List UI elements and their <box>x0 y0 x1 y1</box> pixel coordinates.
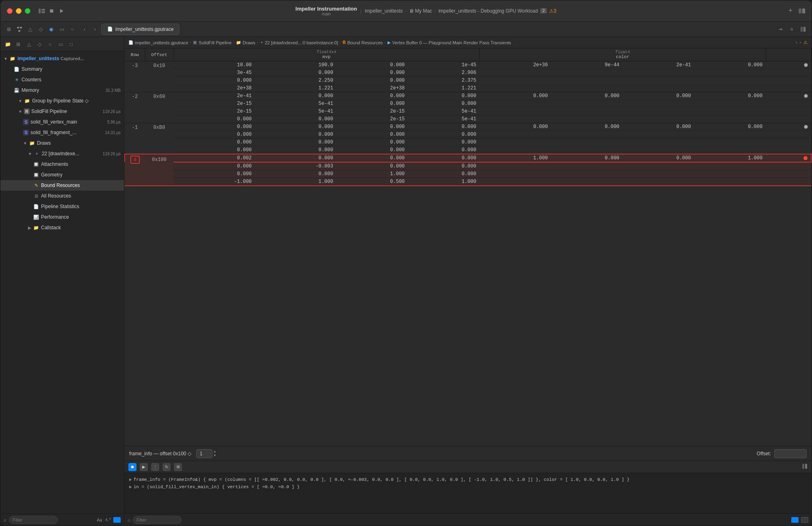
sidebar-tree-icon[interactable]: △ <box>25 40 33 48</box>
bc-item-draw22[interactable]: ⚬ 22 [drawIndexed...:0 baseInstance:0] <box>260 40 338 45</box>
vertex-main-badge: 5.96 µs <box>107 120 121 124</box>
sidebar-root[interactable]: ▼ 📁 impeller_unittests Captured... <box>0 53 124 64</box>
val-cell: 0.000 <box>551 154 623 162</box>
sidebar-item-pipeline-stats[interactable]: 📄 Pipeline Statistics <box>0 201 124 212</box>
expand-icon[interactable]: ⇥ <box>776 25 785 34</box>
bc-item-solidfill[interactable]: R SolidFill Pipeline <box>193 40 232 45</box>
rect-icon[interactable]: ▭ <box>57 25 66 34</box>
val-cell: 0.000 <box>694 61 766 69</box>
sidebar-item-callstack[interactable]: ▶ 📁 Callstack <box>0 222 124 233</box>
columns-icon[interactable] <box>799 25 808 34</box>
bc-nav-forward-icon[interactable]: › <box>799 40 801 45</box>
content-breadcrumb: 📄 impeller_unittests.gputrace › R SolidF… <box>124 37 812 48</box>
nav-forward-button[interactable]: › <box>91 25 100 34</box>
sidebar-grid-icon[interactable]: ⊞ <box>14 40 22 48</box>
all-resources-icon: ⊞ <box>33 193 39 199</box>
swatch-cell-red <box>766 154 811 162</box>
table-row-selected[interactable]: 0 0x100 0.002 0.000 0.000 0.000 1.000 0.… <box>125 154 811 162</box>
sidebar-filter-input[interactable] <box>9 516 58 524</box>
console-btn-step[interactable]: ⋮ <box>151 463 159 471</box>
stop-icon[interactable] <box>48 8 55 14</box>
sidebar-item-bound-resources[interactable]: ✎ Bound Resources <box>0 180 124 191</box>
close-button[interactable] <box>7 8 13 14</box>
solidfill-r-icon: R <box>24 109 30 114</box>
val-cell: 5e-41 <box>255 100 337 108</box>
panel-split-icon[interactable] <box>799 8 805 14</box>
offset-input[interactable]: 0x100 <box>774 449 807 458</box>
add-icon[interactable]: + <box>787 8 794 14</box>
sidebar-circle-icon[interactable]: ○ <box>46 40 54 48</box>
sidebar-filter-abc-icon[interactable]: Aa <box>97 517 102 522</box>
sidebar-rect2-icon[interactable]: □ <box>67 40 75 48</box>
grid-icon[interactable]: ⊞ <box>4 25 13 34</box>
val-cell: 0.000 <box>336 154 408 162</box>
stepper-down-icon[interactable]: ▼ <box>213 454 217 457</box>
empty-cell <box>479 100 811 108</box>
sidebar-item-summary[interactable]: 📄 Summary <box>0 64 124 74</box>
val-cell: 0.000 <box>623 92 694 100</box>
maximize-button[interactable] <box>25 8 30 14</box>
sidebar-item-fragment[interactable]: S solid_fill_fragment_... 14.31 µs <box>0 127 124 138</box>
tab-label: impeller_unittests.gputrace <box>115 26 173 32</box>
bc-impeller[interactable]: impeller_unittests <box>365 8 403 14</box>
sidebar-item-solidfill-pipeline[interactable]: ▼ R SolidFill Pipeline 119.26 µs <box>0 106 124 117</box>
console-toolbar: ⏺ ▶ ⋮ ↻ ⚙ <box>124 461 812 473</box>
console-btn-refresh[interactable]: ↻ <box>162 463 171 471</box>
gputrace-tab[interactable]: 📄 impeller_unittests.gputrace <box>101 24 180 35</box>
tag-icon[interactable]: ◉ <box>47 25 56 34</box>
bc-nav-back-icon[interactable]: ‹ <box>796 40 797 45</box>
minimize-button[interactable] <box>16 8 22 14</box>
sidebar-diamond-icon[interactable]: ◇ <box>35 40 43 48</box>
svg-rect-1 <box>41 9 45 10</box>
status-stepper[interactable]: ▲ ▼ <box>196 449 217 458</box>
list-icon[interactable]: ≡ <box>787 25 796 34</box>
sidebar-item-draw22[interactable]: ▼ ⚬ 22 [drawIndexe... 119.26 µs <box>0 148 124 159</box>
bc-item-draws[interactable]: 📁 Draws <box>236 40 255 45</box>
bc-item-bound-res[interactable]: B Bound Resources <box>343 40 383 45</box>
geometry-icon: 🔲 <box>33 172 39 178</box>
filter-gray-btn[interactable] <box>801 517 808 523</box>
console-expand-icon[interactable] <box>802 463 808 470</box>
sidebar-item-vertex-main[interactable]: S solid_fill_vertex_main 5.96 µs <box>0 117 124 127</box>
bc-item-vertex-buffer[interactable]: ▶ Vertex Buffer 0 — Playground Main Rend… <box>388 40 511 45</box>
bc-item-gputrace[interactable]: 📄 impeller_unittests.gputrace <box>128 40 188 45</box>
sidebar-item-geometry[interactable]: 🔲 Geometry <box>0 170 124 180</box>
status-stepper-input[interactable] <box>196 449 212 458</box>
vertex-main-label: solid_fill_vertex_main <box>30 119 106 125</box>
sidebar-item-performance[interactable]: 📊 Performance <box>0 212 124 222</box>
row-label--1: -1 <box>125 123 145 154</box>
row-label-0: 0 <box>125 154 145 186</box>
sidebar-square-icon[interactable]: ▭ <box>56 40 65 48</box>
diamond-icon[interactable]: ◇ <box>36 25 45 34</box>
console-btn-blue[interactable]: ⏺ <box>128 463 136 471</box>
svg-rect-2 <box>41 11 45 11</box>
sidebar-toolbar: 📁 ⊞ △ ◇ ○ ▭ □ <box>0 37 124 52</box>
sidebar-item-draws[interactable]: ▼ 📁 Draws <box>0 138 124 148</box>
nav-back-button[interactable]: ‹ <box>80 25 89 34</box>
circle-icon[interactable]: ○ <box>68 25 77 34</box>
sidebar-filter-color[interactable] <box>113 517 121 523</box>
sidebar-item-attachments[interactable]: 🔲 Attachments <box>0 159 124 170</box>
sidebar-filter-re-icon[interactable]: ∧.* <box>105 517 111 522</box>
console-btn-settings[interactable]: ⚙ <box>174 463 182 471</box>
sidebar-toggle-icon[interactable] <box>39 8 45 14</box>
empty-cell <box>479 178 811 186</box>
filter-blue-btn[interactable] <box>791 517 799 523</box>
triangle-warn-icon[interactable]: △ <box>26 25 35 34</box>
tree-icon[interactable] <box>15 25 24 34</box>
console-btn-play[interactable]: ▶ <box>140 463 148 471</box>
sidebar-item-counters[interactable]: ✳ Counters <box>0 74 124 85</box>
bc-mymac[interactable]: 🖥 My Mac <box>409 8 432 14</box>
sidebar-item-memory[interactable]: 💾 Memory 31.3 MB <box>0 85 124 96</box>
sidebar-item-all-resources[interactable]: ⊞ All Resources <box>0 191 124 201</box>
sidebar-folder-icon[interactable]: 📁 <box>4 40 12 48</box>
filter-right <box>791 517 808 523</box>
stepper-up-icon[interactable]: ▲ <box>213 450 217 453</box>
bc-debug[interactable]: impeller_unittests - Debugging GPU Workl… <box>438 8 538 14</box>
bottom-filter-bar: ⌕ <box>124 513 812 526</box>
bottom-filter-input[interactable] <box>133 516 182 524</box>
play-icon[interactable] <box>58 8 65 14</box>
val-cell: 0.000 <box>336 146 408 154</box>
stepper-arrows[interactable]: ▲ ▼ <box>213 450 217 457</box>
sidebar-item-group-pipeline[interactable]: ▼ 📁 Group by Pipeline State ◇ <box>0 96 124 106</box>
